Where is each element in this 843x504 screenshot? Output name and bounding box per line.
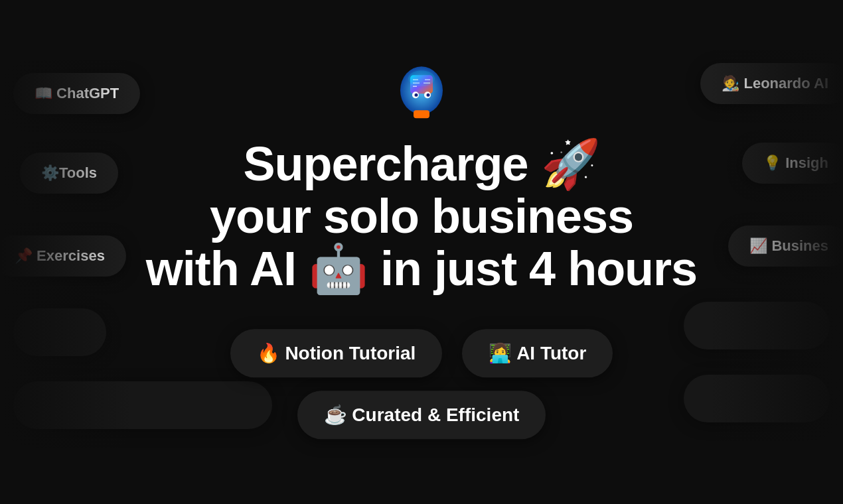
notion-tutorial-pill[interactable]: 🔥 Notion Tutorial bbox=[230, 329, 443, 377]
center-content: Supercharge 🚀 your solo business with AI… bbox=[123, 52, 720, 452]
business-label: 📈 Busines bbox=[749, 237, 828, 255]
exercises-pill[interactable]: 📌 Exercises bbox=[0, 235, 126, 277]
left-placeholder-1 bbox=[13, 308, 106, 356]
main-heading: Supercharge 🚀 your solo business with AI… bbox=[123, 138, 720, 296]
curated-label: ☕ Curated & Efficient bbox=[324, 404, 520, 426]
chatgpt-pill[interactable]: 📖 ChatGPT bbox=[13, 73, 140, 114]
business-pill[interactable]: 📈 Busines bbox=[728, 225, 843, 267]
heading-line1: Supercharge 🚀 bbox=[123, 138, 720, 190]
insights-pill[interactable]: 💡 Insigh bbox=[742, 143, 843, 184]
logo-icon bbox=[385, 52, 458, 125]
svg-point-12 bbox=[408, 70, 435, 86]
svg-point-11 bbox=[427, 94, 430, 97]
exercises-label: 📌 Exercises bbox=[15, 247, 105, 265]
main-scene: 📖 ChatGPT ⚙️Tools 📌 Exercises 🧑‍🎨 Leonar… bbox=[0, 0, 843, 504]
chatgpt-label: 📖 ChatGPT bbox=[35, 85, 119, 102]
pills-row-1: 🔥 Notion Tutorial 👩‍💻 AI Tutor bbox=[123, 329, 720, 377]
insights-label: 💡 Insigh bbox=[763, 155, 828, 172]
tools-pill[interactable]: ⚙️Tools bbox=[20, 153, 118, 194]
tools-label: ⚙️Tools bbox=[41, 164, 97, 182]
ai-tutor-label: 👩‍💻 AI Tutor bbox=[489, 342, 586, 364]
ai-tutor-pill[interactable]: 👩‍💻 AI Tutor bbox=[462, 329, 613, 377]
svg-point-10 bbox=[415, 94, 418, 97]
pills-row-2: ☕ Curated & Efficient bbox=[123, 391, 720, 439]
leonardo-pill[interactable]: 🧑‍🎨 Leonardo AI bbox=[700, 63, 843, 104]
heading-line3: with AI 🤖 in just 4 hours bbox=[123, 243, 720, 296]
leonardo-label: 🧑‍🎨 Leonardo AI bbox=[722, 75, 828, 92]
svg-rect-1 bbox=[414, 110, 429, 118]
notion-tutorial-label: 🔥 Notion Tutorial bbox=[257, 342, 416, 364]
curated-pill[interactable]: ☕ Curated & Efficient bbox=[297, 391, 546, 439]
heading-line2: your solo business bbox=[123, 190, 720, 243]
